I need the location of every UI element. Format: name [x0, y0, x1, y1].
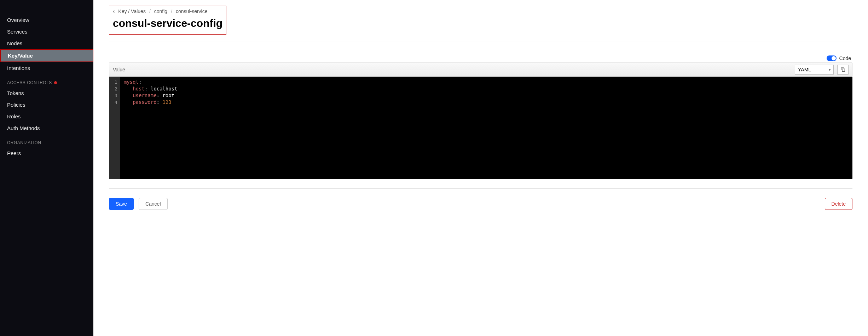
breadcrumb-part[interactable]: consul-service — [176, 8, 207, 14]
editor-gutter: 1234 — [109, 77, 120, 179]
code-toggle-row: Code — [109, 55, 852, 61]
copy-icon — [840, 67, 846, 72]
sidebar-item-auth-methods[interactable]: Auth Methods — [0, 122, 93, 134]
sidebar: OverviewServicesNodesKey/ValueIntentions… — [0, 0, 93, 336]
editor-code[interactable]: mysql: host: localhost username: root pa… — [120, 77, 181, 179]
delete-button[interactable]: Delete — [825, 198, 852, 210]
format-select[interactable]: YAML — [795, 65, 834, 75]
header-highlight-box: ‹ Key / Values / config / consul-service… — [109, 6, 226, 35]
heading-text: ORGANIZATION — [7, 140, 41, 145]
code-toggle-label: Code — [839, 55, 851, 61]
breadcrumb-root[interactable]: Key / Values — [118, 8, 146, 14]
breadcrumb-sep: / — [171, 8, 172, 14]
breadcrumb: ‹ Key / Values / config / consul-service — [113, 8, 222, 14]
save-button[interactable]: Save — [109, 198, 134, 210]
chevron-left-icon[interactable]: ‹ — [113, 8, 115, 14]
divider — [109, 188, 852, 189]
sidebar-item-services[interactable]: Services — [0, 26, 93, 37]
sidebar-item-intentions[interactable]: Intentions — [0, 62, 93, 74]
copy-button[interactable] — [837, 65, 849, 75]
sidebar-item-overview[interactable]: Overview — [0, 14, 93, 26]
sidebar-item-nodes[interactable]: Nodes — [0, 37, 93, 49]
breadcrumb-part[interactable]: config — [154, 8, 167, 14]
action-bar: Save Cancel Delete — [109, 198, 852, 210]
code-editor[interactable]: 1234 mysql: host: localhost username: ro… — [109, 77, 852, 179]
svg-rect-0 — [842, 69, 845, 71]
breadcrumb-sep: / — [149, 8, 151, 14]
organization-heading: ORGANIZATION — [0, 134, 93, 147]
sidebar-item-peers[interactable]: Peers — [0, 147, 93, 159]
value-toolbar: Value YAML — [109, 63, 852, 77]
value-label: Value — [113, 67, 791, 72]
sidebar-item-policies[interactable]: Policies — [0, 99, 93, 111]
cancel-button[interactable]: Cancel — [139, 198, 168, 210]
format-select-wrap: YAML — [795, 65, 834, 75]
sidebar-item-tokens[interactable]: Tokens — [0, 87, 93, 99]
sidebar-item-key-value[interactable]: Key/Value — [0, 49, 93, 62]
code-toggle[interactable] — [827, 55, 837, 61]
divider — [109, 41, 852, 41]
sidebar-item-roles[interactable]: Roles — [0, 111, 93, 122]
page-title: consul-service-config — [113, 17, 222, 29]
main-content: ‹ Key / Values / config / consul-service… — [93, 0, 868, 336]
status-dot-icon — [54, 81, 57, 84]
access-controls-heading: ACCESS CONTROLS — [0, 74, 93, 87]
heading-text: ACCESS CONTROLS — [7, 80, 52, 85]
